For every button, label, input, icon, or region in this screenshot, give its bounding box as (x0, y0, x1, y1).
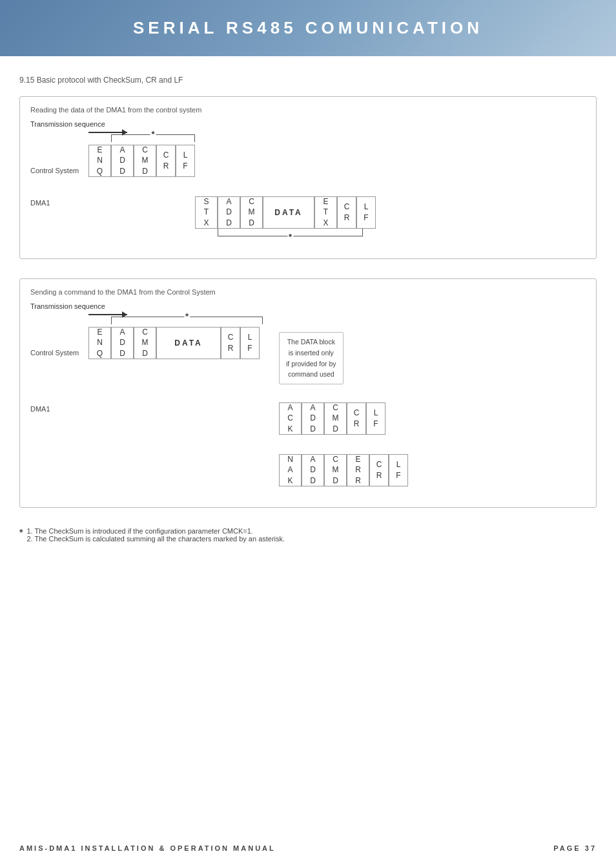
diagram2-ctrl-cell-add: ADD (111, 327, 134, 359)
diagram2-control-row: Control System ENQ ADD CMD DATA CR (30, 327, 260, 359)
diagram2-dma-ack-cell-add: ADD (302, 402, 324, 435)
diagram1-asterisk: * (150, 129, 156, 139)
diagram2-container: Sending a command to the DMA1 from the C… (19, 278, 597, 508)
diagram2-dma-nak-cell-add: ADD (302, 454, 324, 486)
diagram2-dma-ack-row: DMA1 ACK ADD CMD CR LF (30, 402, 586, 435)
diagram1-asterisk-bottom: * (287, 232, 293, 242)
diagram2-asterisk: * (184, 311, 190, 321)
section-heading: 9.15 Basic protocol with CheckSum, CR an… (19, 76, 597, 85)
diagram2-ctrl-cell-enq: ENQ (88, 327, 111, 359)
diagram2-dma-ack-cell-cmd: CMD (324, 402, 347, 435)
diagram2-dma-nak-row: NAK ADD CMD ERR CR LF (30, 454, 586, 486)
diagram2-dma-nak-spacer (30, 454, 88, 486)
diagram2-dma-nak-cell-cmd: CMD (324, 454, 347, 486)
footnote-note1: 1. The CheckSum is introduced if the con… (26, 527, 285, 535)
diagram1-dma-cell-cmd: CMD (240, 196, 263, 229)
diagram1-ctrl-cell-cmd: CMD (134, 145, 156, 177)
transmission-arrow (88, 132, 127, 133)
diagram1-container: Reading the data of the DMA1 from the co… (19, 96, 597, 259)
footer-right-text: PAGE 37 (553, 844, 597, 852)
diagram2-label: Sending a command to the DMA1 from the C… (30, 288, 586, 296)
diagram1-dma-cell-add: ADD (218, 196, 240, 229)
diagram1-dma-row: DMA1 STX ADD CMD DATA ETX CR LF (30, 196, 586, 229)
page-footer: AMIS-DMA1 INSTALLATION & OPERATION MANUA… (19, 844, 597, 852)
diagram2-dma-nak-cell-err: ERR (347, 454, 369, 486)
diagram2-annotation: The DATA block is inserted only if provi… (279, 332, 344, 384)
diagram2-dma-nak-cell-cr: CR (369, 454, 389, 486)
annotation-line3: if provided for by (286, 359, 336, 370)
diagram2-ctrl-cell-data: DATA (156, 327, 221, 359)
annotation-line2: is inserted only (286, 348, 336, 359)
diagram2-dma-ack-cell-cr: CR (347, 402, 366, 435)
diagram2-transmission-arrow (88, 314, 127, 315)
annotation-line4: command used (286, 369, 336, 380)
page-header: SERIAL RS485 COMUNICATION (0, 0, 616, 56)
diagram2-transmission-label: Transmission sequence (30, 302, 586, 310)
annotation-line1: The DATA block (286, 337, 336, 348)
diagram2-dma-cell-ack: ACK (279, 402, 302, 435)
diagram1-dma-cell-cr: CR (337, 196, 356, 229)
diagram2-control-label: Control System (30, 327, 88, 359)
footer-asterisk-line: * 1. The CheckSum is introduced if the c… (19, 527, 597, 543)
diagram1-dma-cell-lf: LF (356, 196, 376, 229)
diagram2-dma-ack-cell-lf: LF (366, 402, 385, 435)
diagram1-ctrl-cell-enq: ENQ (88, 145, 111, 177)
diagram2-dma-label: DMA1 (30, 402, 88, 435)
diagram1-dma-label: DMA1 (30, 196, 88, 229)
footnote-note2: 2. The CheckSum is calculated summing al… (26, 535, 285, 543)
footer-notes-section: * 1. The CheckSum is introduced if the c… (19, 527, 597, 543)
diagram1-dma-cell-stx: STX (195, 196, 218, 229)
diagram1-transmission-label: Transmission sequence (30, 120, 586, 128)
diagram2-ctrl-cell-cr: CR (221, 327, 240, 359)
diagram1-ctrl-cell-add: ADD (111, 145, 134, 177)
diagram1-dma-cell-etx: ETX (314, 196, 337, 229)
diagram1-control-label: Control System (30, 145, 88, 177)
diagram2-dma-nak-cell-lf: LF (389, 454, 408, 486)
diagram1-ctrl-cell-lf: LF (176, 145, 195, 177)
footer-left-text: AMIS-DMA1 INSTALLATION & OPERATION MANUA… (19, 844, 276, 852)
diagram2-ctrl-cell-cmd: CMD (134, 327, 156, 359)
diagram1-label: Reading the data of the DMA1 from the co… (30, 106, 586, 114)
diagram1-dma-cell-data: DATA (263, 196, 314, 229)
diagram2-control-area: Control System ENQ ADD CMD DATA CR (30, 326, 586, 384)
page-title: SERIAL RS485 COMUNICATION (26, 18, 590, 38)
diagram1-ctrl-cell-cr: CR (156, 145, 176, 177)
diagram1-control-row: Control System ENQ ADD CMD CR LF (30, 145, 586, 177)
diagram2-ctrl-cell-lf: LF (240, 327, 260, 359)
diagram2-dma-cell-nak: NAK (279, 454, 302, 486)
footnote-asterisk: * (19, 527, 23, 543)
